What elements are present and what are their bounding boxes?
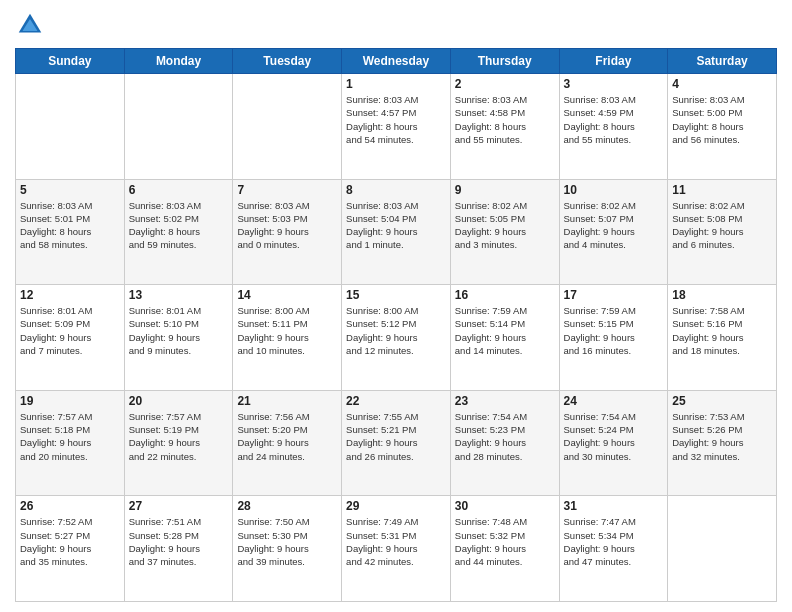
day-info: Sunrise: 8:03 AM Sunset: 4:59 PM Dayligh… xyxy=(564,93,664,146)
calendar-cell: 8Sunrise: 8:03 AM Sunset: 5:04 PM Daylig… xyxy=(342,179,451,285)
calendar-table: SundayMondayTuesdayWednesdayThursdayFrid… xyxy=(15,48,777,602)
day-info: Sunrise: 7:51 AM Sunset: 5:28 PM Dayligh… xyxy=(129,515,229,568)
calendar-cell: 27Sunrise: 7:51 AM Sunset: 5:28 PM Dayli… xyxy=(124,496,233,602)
day-number: 10 xyxy=(564,183,664,197)
day-info: Sunrise: 7:57 AM Sunset: 5:18 PM Dayligh… xyxy=(20,410,120,463)
calendar-week-row: 5Sunrise: 8:03 AM Sunset: 5:01 PM Daylig… xyxy=(16,179,777,285)
day-info: Sunrise: 8:02 AM Sunset: 5:05 PM Dayligh… xyxy=(455,199,555,252)
day-info: Sunrise: 7:59 AM Sunset: 5:14 PM Dayligh… xyxy=(455,304,555,357)
calendar-cell: 5Sunrise: 8:03 AM Sunset: 5:01 PM Daylig… xyxy=(16,179,125,285)
day-info: Sunrise: 7:55 AM Sunset: 5:21 PM Dayligh… xyxy=(346,410,446,463)
day-number: 19 xyxy=(20,394,120,408)
day-number: 21 xyxy=(237,394,337,408)
day-info: Sunrise: 7:54 AM Sunset: 5:23 PM Dayligh… xyxy=(455,410,555,463)
day-info: Sunrise: 8:03 AM Sunset: 5:04 PM Dayligh… xyxy=(346,199,446,252)
day-number: 29 xyxy=(346,499,446,513)
calendar-cell: 13Sunrise: 8:01 AM Sunset: 5:10 PM Dayli… xyxy=(124,285,233,391)
calendar-cell xyxy=(16,74,125,180)
calendar-cell: 20Sunrise: 7:57 AM Sunset: 5:19 PM Dayli… xyxy=(124,390,233,496)
calendar-day-header: Thursday xyxy=(450,49,559,74)
calendar-cell: 3Sunrise: 8:03 AM Sunset: 4:59 PM Daylig… xyxy=(559,74,668,180)
day-info: Sunrise: 7:58 AM Sunset: 5:16 PM Dayligh… xyxy=(672,304,772,357)
calendar-cell: 21Sunrise: 7:56 AM Sunset: 5:20 PM Dayli… xyxy=(233,390,342,496)
day-number: 14 xyxy=(237,288,337,302)
calendar-cell: 29Sunrise: 7:49 AM Sunset: 5:31 PM Dayli… xyxy=(342,496,451,602)
day-info: Sunrise: 8:02 AM Sunset: 5:08 PM Dayligh… xyxy=(672,199,772,252)
page: SundayMondayTuesdayWednesdayThursdayFrid… xyxy=(0,0,792,612)
calendar-cell: 31Sunrise: 7:47 AM Sunset: 5:34 PM Dayli… xyxy=(559,496,668,602)
day-number: 8 xyxy=(346,183,446,197)
calendar-cell: 9Sunrise: 8:02 AM Sunset: 5:05 PM Daylig… xyxy=(450,179,559,285)
day-info: Sunrise: 7:54 AM Sunset: 5:24 PM Dayligh… xyxy=(564,410,664,463)
day-number: 31 xyxy=(564,499,664,513)
calendar-cell: 2Sunrise: 8:03 AM Sunset: 4:58 PM Daylig… xyxy=(450,74,559,180)
day-info: Sunrise: 7:57 AM Sunset: 5:19 PM Dayligh… xyxy=(129,410,229,463)
day-number: 24 xyxy=(564,394,664,408)
day-info: Sunrise: 8:00 AM Sunset: 5:12 PM Dayligh… xyxy=(346,304,446,357)
calendar-cell xyxy=(124,74,233,180)
day-number: 9 xyxy=(455,183,555,197)
day-number: 16 xyxy=(455,288,555,302)
day-number: 2 xyxy=(455,77,555,91)
calendar-day-header: Friday xyxy=(559,49,668,74)
calendar-cell: 24Sunrise: 7:54 AM Sunset: 5:24 PM Dayli… xyxy=(559,390,668,496)
calendar-day-header: Sunday xyxy=(16,49,125,74)
calendar-cell: 10Sunrise: 8:02 AM Sunset: 5:07 PM Dayli… xyxy=(559,179,668,285)
day-info: Sunrise: 7:52 AM Sunset: 5:27 PM Dayligh… xyxy=(20,515,120,568)
calendar-cell xyxy=(668,496,777,602)
header xyxy=(15,10,777,40)
day-info: Sunrise: 8:03 AM Sunset: 4:58 PM Dayligh… xyxy=(455,93,555,146)
day-number: 1 xyxy=(346,77,446,91)
day-number: 7 xyxy=(237,183,337,197)
day-number: 11 xyxy=(672,183,772,197)
day-info: Sunrise: 8:03 AM Sunset: 5:00 PM Dayligh… xyxy=(672,93,772,146)
calendar-cell: 17Sunrise: 7:59 AM Sunset: 5:15 PM Dayli… xyxy=(559,285,668,391)
day-info: Sunrise: 8:00 AM Sunset: 5:11 PM Dayligh… xyxy=(237,304,337,357)
calendar-cell: 16Sunrise: 7:59 AM Sunset: 5:14 PM Dayli… xyxy=(450,285,559,391)
day-number: 12 xyxy=(20,288,120,302)
calendar-cell: 28Sunrise: 7:50 AM Sunset: 5:30 PM Dayli… xyxy=(233,496,342,602)
day-info: Sunrise: 8:03 AM Sunset: 4:57 PM Dayligh… xyxy=(346,93,446,146)
calendar-cell: 25Sunrise: 7:53 AM Sunset: 5:26 PM Dayli… xyxy=(668,390,777,496)
day-info: Sunrise: 8:03 AM Sunset: 5:03 PM Dayligh… xyxy=(237,199,337,252)
day-number: 4 xyxy=(672,77,772,91)
calendar-day-header: Tuesday xyxy=(233,49,342,74)
day-info: Sunrise: 8:01 AM Sunset: 5:09 PM Dayligh… xyxy=(20,304,120,357)
day-info: Sunrise: 7:56 AM Sunset: 5:20 PM Dayligh… xyxy=(237,410,337,463)
calendar-header-row: SundayMondayTuesdayWednesdayThursdayFrid… xyxy=(16,49,777,74)
day-info: Sunrise: 7:53 AM Sunset: 5:26 PM Dayligh… xyxy=(672,410,772,463)
calendar-day-header: Wednesday xyxy=(342,49,451,74)
day-number: 23 xyxy=(455,394,555,408)
day-info: Sunrise: 8:01 AM Sunset: 5:10 PM Dayligh… xyxy=(129,304,229,357)
calendar-cell: 23Sunrise: 7:54 AM Sunset: 5:23 PM Dayli… xyxy=(450,390,559,496)
calendar-cell: 12Sunrise: 8:01 AM Sunset: 5:09 PM Dayli… xyxy=(16,285,125,391)
calendar-cell xyxy=(233,74,342,180)
day-number: 17 xyxy=(564,288,664,302)
day-number: 30 xyxy=(455,499,555,513)
calendar-cell: 11Sunrise: 8:02 AM Sunset: 5:08 PM Dayli… xyxy=(668,179,777,285)
day-info: Sunrise: 7:49 AM Sunset: 5:31 PM Dayligh… xyxy=(346,515,446,568)
calendar-cell: 6Sunrise: 8:03 AM Sunset: 5:02 PM Daylig… xyxy=(124,179,233,285)
calendar-cell: 14Sunrise: 8:00 AM Sunset: 5:11 PM Dayli… xyxy=(233,285,342,391)
day-info: Sunrise: 7:47 AM Sunset: 5:34 PM Dayligh… xyxy=(564,515,664,568)
logo xyxy=(15,10,49,40)
calendar-cell: 19Sunrise: 7:57 AM Sunset: 5:18 PM Dayli… xyxy=(16,390,125,496)
calendar-week-row: 12Sunrise: 8:01 AM Sunset: 5:09 PM Dayli… xyxy=(16,285,777,391)
day-number: 28 xyxy=(237,499,337,513)
day-info: Sunrise: 7:48 AM Sunset: 5:32 PM Dayligh… xyxy=(455,515,555,568)
day-number: 3 xyxy=(564,77,664,91)
calendar-week-row: 1Sunrise: 8:03 AM Sunset: 4:57 PM Daylig… xyxy=(16,74,777,180)
day-number: 5 xyxy=(20,183,120,197)
day-number: 27 xyxy=(129,499,229,513)
day-number: 22 xyxy=(346,394,446,408)
day-info: Sunrise: 7:59 AM Sunset: 5:15 PM Dayligh… xyxy=(564,304,664,357)
day-number: 26 xyxy=(20,499,120,513)
day-number: 13 xyxy=(129,288,229,302)
logo-icon xyxy=(15,10,45,40)
calendar-cell: 7Sunrise: 8:03 AM Sunset: 5:03 PM Daylig… xyxy=(233,179,342,285)
calendar-cell: 4Sunrise: 8:03 AM Sunset: 5:00 PM Daylig… xyxy=(668,74,777,180)
calendar-cell: 1Sunrise: 8:03 AM Sunset: 4:57 PM Daylig… xyxy=(342,74,451,180)
day-number: 15 xyxy=(346,288,446,302)
calendar-day-header: Saturday xyxy=(668,49,777,74)
calendar-cell: 30Sunrise: 7:48 AM Sunset: 5:32 PM Dayli… xyxy=(450,496,559,602)
